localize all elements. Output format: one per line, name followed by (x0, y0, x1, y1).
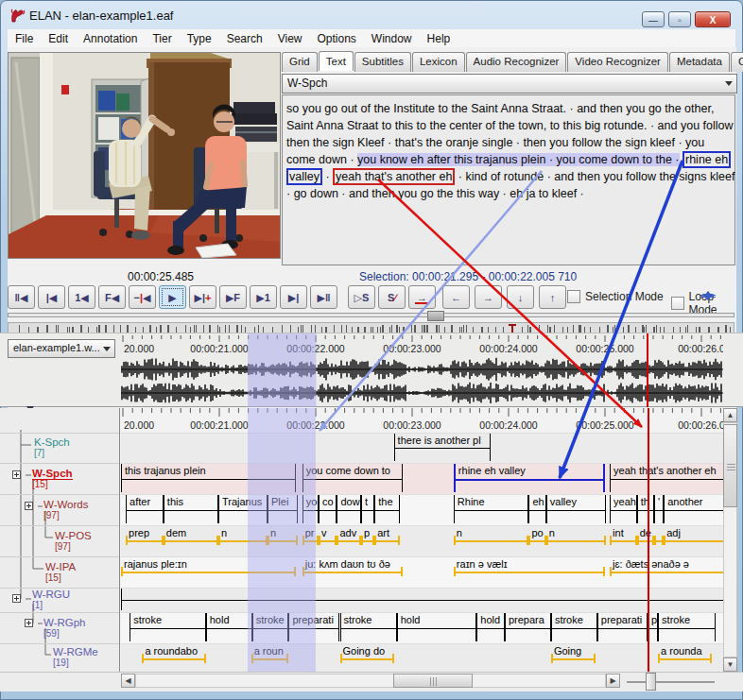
tab-video-recognizer[interactable]: Video Recognizer (567, 52, 668, 72)
step-button-1[interactable]: → (475, 285, 502, 309)
annotation[interactable]: n (454, 526, 529, 555)
step-button-3[interactable]: ↑ (539, 285, 566, 309)
annotation[interactable]: stroke (658, 613, 716, 641)
annotation[interactable]: rhine eh valley (454, 464, 605, 492)
media-button-4[interactable]: −|◀ (129, 285, 156, 309)
annotation[interactable]: preparati (597, 613, 648, 641)
annotation[interactable] (654, 526, 664, 555)
menu-item-help[interactable]: Help (420, 32, 458, 45)
annotation[interactable]: jɛ: ðæts ənaðə ə (610, 557, 723, 586)
annotation[interactable]: there is another pl (394, 434, 491, 461)
menu-item-edit[interactable]: Edit (41, 32, 76, 45)
annotation[interactable]: p (648, 613, 658, 641)
expand-box-icon[interactable] (25, 502, 33, 510)
annotation[interactable]: another (664, 495, 723, 523)
title-bar[interactable]: ELAN - elan-example1.eaf — ▫ X (1, 1, 742, 29)
tab-controls[interactable]: Controls (731, 52, 743, 72)
tier-label-w-rgu[interactable]: W-RGU (32, 589, 70, 600)
annotation[interactable]: th (637, 495, 654, 523)
hscroll-left-button[interactable]: ◀ (121, 674, 135, 688)
step-button-2[interactable]: ↓ (507, 285, 534, 309)
annotation[interactable]: co (319, 495, 337, 523)
annotation[interactable]: t (361, 495, 374, 523)
tier-label-w-pos[interactable]: W-POS (55, 530, 92, 541)
expand-box-icon[interactable] (12, 470, 21, 479)
annotation[interactable]: n (268, 526, 298, 555)
media-position-thumb[interactable] (427, 311, 444, 321)
tier-select-combo[interactable]: W-Spch (282, 74, 737, 94)
annotation[interactable]: prep (126, 526, 164, 555)
close-button[interactable]: X (695, 11, 731, 27)
annotation[interactable]: eh (528, 495, 545, 523)
checkbox-icon[interactable] (567, 290, 580, 303)
tier-label-w-rgme[interactable]: W-RGMe (53, 646, 98, 657)
menu-item-annotation[interactable]: Annotation (76, 32, 145, 45)
annotation[interactable]: adj (664, 526, 723, 555)
annotation[interactable]: yeah that's another eh (610, 464, 723, 492)
tab-grid[interactable]: Grid (282, 52, 318, 72)
maximize-button[interactable]: ▫ (668, 11, 691, 27)
hscroll-right-button[interactable]: ▶ (606, 674, 620, 688)
annotation[interactable]: prepara (505, 613, 551, 641)
minimize-button[interactable]: — (642, 11, 665, 27)
annotation[interactable]: yeah (610, 495, 637, 523)
annotation[interactable]: the (374, 495, 400, 523)
annotation[interactable]: this trajanus plein (121, 464, 296, 492)
annotation[interactable]: raɪn ə vælɪ (454, 557, 605, 586)
annotation[interactable]: Rhine (454, 495, 529, 523)
menu-item-file[interactable]: File (8, 32, 41, 45)
annotation[interactable]: this (164, 495, 218, 523)
annotation[interactable]: n (218, 526, 268, 555)
annotation[interactable]: hold (397, 613, 477, 641)
pane-splitter-icon[interactable] (700, 285, 716, 306)
media-button-10[interactable]: ▶‖ (310, 285, 337, 309)
media-button-8[interactable]: ▶1 (250, 285, 277, 309)
tier-label-k-spch[interactable]: K-Spch (34, 436, 70, 448)
annotation[interactable]: hold (476, 613, 505, 641)
annotation[interactable] (121, 589, 723, 610)
media-button-3[interactable]: F◀ (98, 285, 126, 309)
annotation[interactable]: int (610, 526, 637, 555)
media-button-2[interactable]: 1◀ (68, 285, 95, 309)
annotation[interactable]: dem (164, 526, 218, 555)
zoom-slider-thumb[interactable] (646, 673, 656, 691)
annotation[interactable]: yo (302, 495, 319, 523)
tier-label-w-ipa[interactable]: W-IPA (45, 561, 76, 572)
vscroll-thumb[interactable] (723, 424, 737, 507)
menu-item-view[interactable]: View (270, 32, 310, 45)
waveform-view[interactable]: 20.00000:00:21.00000:00:22.00000:00:23.0… (121, 333, 723, 407)
tab-text[interactable]: Text (319, 51, 354, 71)
annotation[interactable]: stroke (551, 613, 597, 641)
menu-item-window[interactable]: Window (364, 32, 420, 45)
annotation[interactable]: art (374, 526, 400, 555)
expand-box-icon[interactable] (25, 619, 33, 627)
menu-item-search[interactable]: Search (219, 32, 270, 45)
annotation[interactable]: po (528, 526, 545, 555)
annotation[interactable]: valley (546, 495, 606, 523)
hscroll-track[interactable] (135, 674, 606, 688)
annotation[interactable]: v (319, 526, 337, 555)
annotation[interactable]: you come down to (302, 464, 403, 492)
vscroll-down-button[interactable]: ▼ (723, 657, 737, 672)
selection-button-0[interactable]: ▷S (348, 285, 375, 309)
annotation[interactable]: ju: kʌm daʊn tʊ ðə (302, 557, 403, 586)
annotation[interactable]: stroke (340, 613, 397, 641)
video-player[interactable] (8, 52, 281, 259)
tier-label-w-words[interactable]: W-Words (43, 499, 89, 510)
tier-label-w-rgph[interactable]: W-RGph (43, 617, 86, 628)
media-position-slider[interactable] (8, 313, 734, 317)
wave-source-combo[interactable]: elan-example1.w... (8, 339, 115, 358)
text-viewer[interactable]: so you go out of the Institute to the Sa… (282, 94, 735, 265)
media-button-9[interactable]: ▶| (280, 285, 307, 309)
media-button-6[interactable]: ▶|+ (189, 285, 216, 309)
selection-button-1[interactable]: S∕ (378, 285, 406, 309)
menu-item-tier[interactable]: Tier (145, 32, 179, 45)
tab-subtitles[interactable]: Subtitles (354, 52, 411, 72)
annotation[interactable]: a rounda (658, 644, 712, 670)
hscroll-thumb[interactable] (393, 674, 473, 688)
annotation[interactable]: n (546, 526, 606, 555)
annotation[interactable]: Going do (340, 644, 394, 670)
annotation[interactable]: de (637, 526, 654, 555)
media-button-7[interactable]: ▶F (219, 285, 247, 309)
annotation[interactable]: ' (654, 495, 664, 523)
